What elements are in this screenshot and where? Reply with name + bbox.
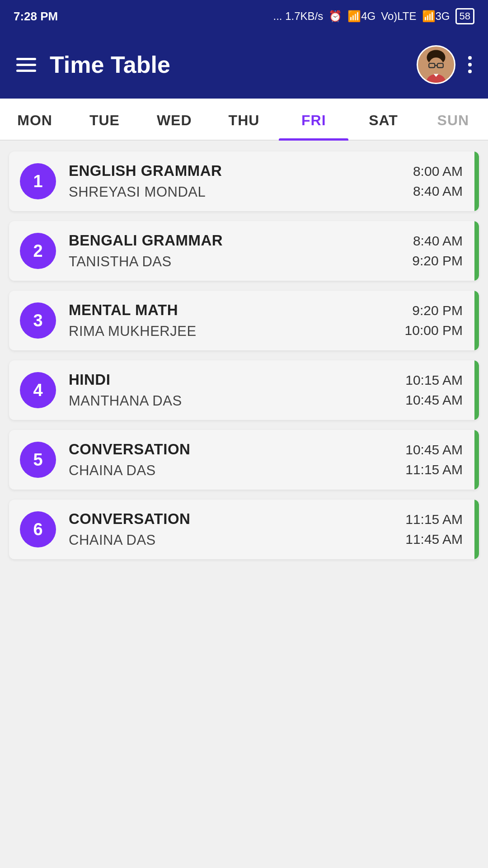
period-end-time: 8:40 AM — [413, 184, 463, 199]
period-subject: MENTAL MATH — [69, 302, 405, 319]
period-times: 10:15 AM 10:45 AM — [405, 373, 463, 408]
green-bar-indicator — [474, 151, 479, 211]
period-number: 6 — [20, 511, 56, 547]
signal-lte-icon: Vo)LTE — [381, 10, 416, 23]
battery-icon: 58 — [455, 8, 474, 24]
period-info: CONVERSATION CHAINA DAS — [69, 441, 405, 479]
period-teacher: CHAINA DAS — [69, 532, 405, 548]
tab-wed[interactable]: WED — [140, 99, 209, 140]
period-times: 9:20 PM 10:00 PM — [405, 303, 463, 338]
period-subject: CONVERSATION — [69, 441, 405, 458]
period-teacher: MANTHANA DAS — [69, 393, 405, 409]
network-info: ... 1.7KB/s — [273, 10, 324, 23]
page-title: Time Table — [50, 51, 170, 78]
user-avatar[interactable] — [417, 45, 455, 84]
clock-icon: ⏰ — [328, 10, 342, 23]
period-subject: CONVERSATION — [69, 510, 405, 528]
periods-list: 1 ENGLISH GRAMMAR SHREYASI MONDAL 8:00 A… — [0, 141, 488, 580]
status-time: 7:28 PM — [14, 9, 58, 24]
period-number: 1 — [20, 163, 56, 199]
app-header: Time Table — [0, 33, 488, 99]
period-teacher: CHAINA DAS — [69, 462, 405, 479]
signal-3g-icon: 📶3G — [422, 10, 450, 23]
period-card-1: 1 ENGLISH GRAMMAR SHREYASI MONDAL 8:00 A… — [9, 151, 479, 211]
period-times: 8:00 AM 8:40 AM — [413, 164, 463, 199]
green-bar-indicator — [474, 291, 479, 350]
period-start-time: 11:15 AM — [405, 512, 463, 527]
tab-tue[interactable]: TUE — [70, 99, 139, 140]
period-times: 8:40 AM 9:20 PM — [412, 233, 463, 269]
period-card-5: 5 CONVERSATION CHAINA DAS 10:45 AM 11:15… — [9, 430, 479, 490]
period-teacher: RIMA MUKHERJEE — [69, 323, 405, 340]
period-end-time: 10:45 AM — [405, 392, 463, 408]
period-start-time: 8:40 AM — [413, 233, 463, 249]
period-info: MENTAL MATH RIMA MUKHERJEE — [69, 302, 405, 340]
period-end-time: 11:15 AM — [405, 462, 463, 477]
tab-sun[interactable]: SUN — [418, 99, 488, 140]
header-right — [417, 45, 472, 84]
day-tabs: MONTUEWEDTHUFRISATSUN — [0, 99, 488, 141]
period-teacher: TANISTHA DAS — [69, 254, 412, 270]
period-info: ENGLISH GRAMMAR SHREYASI MONDAL — [69, 162, 413, 200]
period-teacher: SHREYASI MONDAL — [69, 184, 413, 200]
status-bar: 7:28 PM ... 1.7KB/s ⏰ 📶4G Vo)LTE 📶3G 58 — [0, 0, 488, 33]
period-info: CONVERSATION CHAINA DAS — [69, 510, 405, 548]
period-end-time: 9:20 PM — [412, 253, 463, 269]
period-subject: HINDI — [69, 371, 405, 388]
tab-fri[interactable]: FRI — [279, 99, 348, 140]
period-info: BENGALI GRAMMAR TANISTHA DAS — [69, 232, 412, 270]
tab-thu[interactable]: THU — [209, 99, 279, 140]
tab-sat[interactable]: SAT — [348, 99, 418, 140]
period-number: 5 — [20, 442, 56, 478]
period-start-time: 10:15 AM — [405, 373, 463, 388]
green-bar-indicator — [474, 500, 479, 559]
period-subject: ENGLISH GRAMMAR — [69, 162, 413, 179]
period-times: 10:45 AM 11:15 AM — [405, 442, 463, 477]
more-options-icon[interactable] — [468, 56, 472, 73]
green-bar-indicator — [474, 360, 479, 420]
signal-4g-icon: 📶4G — [347, 10, 375, 23]
green-bar-indicator — [474, 430, 479, 490]
period-start-time: 9:20 PM — [412, 303, 463, 318]
header-left: Time Table — [16, 51, 170, 78]
period-end-time: 10:00 PM — [405, 323, 463, 338]
period-info: HINDI MANTHANA DAS — [69, 371, 405, 409]
period-subject: BENGALI GRAMMAR — [69, 232, 412, 249]
status-icons: ... 1.7KB/s ⏰ 📶4G Vo)LTE 📶3G 58 — [273, 8, 475, 24]
period-end-time: 11:45 AM — [405, 532, 463, 547]
period-card-2: 2 BENGALI GRAMMAR TANISTHA DAS 8:40 AM 9… — [9, 221, 479, 281]
period-number: 3 — [20, 302, 56, 339]
green-bar-indicator — [474, 221, 479, 281]
period-start-time: 10:45 AM — [405, 442, 463, 458]
period-number: 4 — [20, 372, 56, 408]
tab-mon[interactable]: MON — [0, 99, 70, 140]
period-number: 2 — [20, 233, 56, 269]
hamburger-menu-icon[interactable] — [16, 58, 36, 72]
period-times: 11:15 AM 11:45 AM — [405, 512, 463, 547]
period-card-4: 4 HINDI MANTHANA DAS 10:15 AM 10:45 AM — [9, 360, 479, 420]
period-card-6: 6 CONVERSATION CHAINA DAS 11:15 AM 11:45… — [9, 500, 479, 559]
period-start-time: 8:00 AM — [413, 164, 463, 179]
period-card-3: 3 MENTAL MATH RIMA MUKHERJEE 9:20 PM 10:… — [9, 291, 479, 350]
